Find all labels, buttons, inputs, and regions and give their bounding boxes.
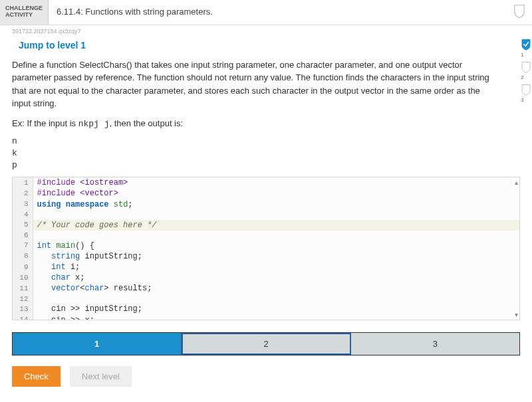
progress-shield-2: 2: [521, 61, 531, 82]
code-line[interactable]: cin >> inputString;: [33, 304, 519, 314]
level-tab-1[interactable]: 1: [13, 333, 182, 355]
example-output-line: p: [12, 159, 520, 171]
progress-num: 2: [521, 74, 531, 80]
code-line[interactable]: #include <iostream>: [33, 177, 519, 188]
code-line[interactable]: /* Your code goes here */: [33, 220, 519, 231]
line-number: 1: [13, 177, 33, 188]
code-line[interactable]: using namespace std;: [33, 199, 519, 210]
line-number: 11: [13, 283, 33, 294]
progress-num: 3: [521, 97, 531, 103]
progress-shield-1: 1: [521, 39, 531, 60]
line-number: 4: [13, 210, 33, 220]
badge-line2: ACTIVITY: [5, 12, 43, 19]
line-number: 2: [13, 188, 33, 199]
progress-num: 1: [521, 52, 531, 58]
code-line[interactable]: vector<char> results;: [33, 283, 519, 294]
scroll-down-icon[interactable]: ▾: [515, 311, 518, 318]
next-level-button: Next level: [70, 366, 132, 387]
code-line[interactable]: [33, 231, 519, 241]
line-number: 14: [13, 315, 33, 320]
example-suffix: , then the output is:: [110, 118, 184, 128]
level-tab-3[interactable]: 3: [351, 333, 519, 355]
line-number: 8: [13, 251, 33, 262]
code-line[interactable]: [33, 294, 519, 304]
problem-prompt: Define a function SelectChars() that tak…: [12, 58, 491, 110]
code-line[interactable]: int main() {: [33, 241, 519, 251]
progress-shield-3: 3: [521, 84, 531, 105]
line-number: 9: [13, 262, 33, 272]
example-output-line: k: [12, 148, 520, 159]
example-output: nkp: [12, 136, 520, 172]
jump-to-level-link[interactable]: Jump to level 1: [12, 36, 520, 58]
code-line[interactable]: string inputString;: [33, 251, 519, 262]
line-number: 12: [13, 294, 33, 304]
line-number: 6: [13, 231, 33, 241]
line-number: 10: [13, 272, 33, 283]
meta-id: 391722.2037154.qx3zqy7: [0, 25, 532, 36]
example-prefix: Ex: If the input is: [12, 118, 78, 128]
line-number: 13: [13, 304, 33, 314]
level-tab-2[interactable]: 2: [182, 333, 350, 355]
line-number: 5: [13, 220, 33, 231]
check-button[interactable]: Check: [12, 366, 61, 387]
line-number: 7: [13, 241, 33, 251]
code-editor[interactable]: ▴ 1#include <iostream>2#include <vector>…: [12, 177, 520, 320]
header-shield-icon: [513, 4, 525, 21]
progress-column: 123: [519, 39, 532, 105]
line-number: 3: [13, 199, 33, 210]
example-line: Ex: If the input is nkpj j, then the out…: [12, 118, 520, 129]
code-line[interactable]: cin >> x;: [33, 315, 519, 320]
example-input: nkpj j: [78, 119, 110, 129]
level-tabs: 123: [12, 332, 520, 355]
code-line[interactable]: [33, 210, 519, 220]
challenge-badge: CHALLENGE ACTIVITY: [0, 0, 49, 25]
section-title: 6.11.4: Functions with string parameters…: [49, 0, 507, 25]
code-line[interactable]: #include <vector>: [33, 188, 519, 199]
code-line[interactable]: int i;: [33, 262, 519, 272]
example-output-line: n: [12, 136, 520, 148]
code-line[interactable]: char x;: [33, 272, 519, 283]
